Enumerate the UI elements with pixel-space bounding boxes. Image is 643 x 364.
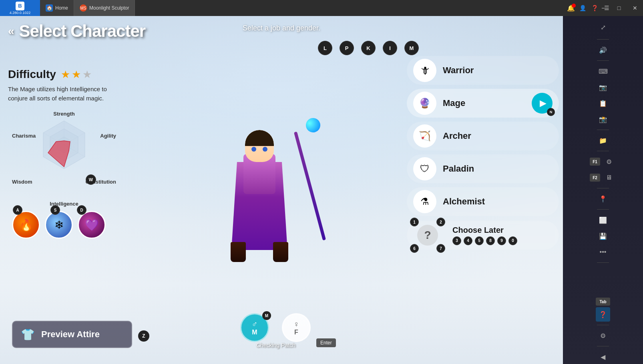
female-gender-button[interactable]: ♀ F bbox=[282, 313, 311, 342]
settings-icon[interactable]: ⚙ bbox=[596, 328, 610, 343]
character-area bbox=[140, 48, 379, 332]
stat-wisdom: Wisdom bbox=[12, 179, 32, 185]
job-archer[interactable]: 🏹 Archer bbox=[407, 122, 559, 150]
job-choose-later[interactable]: 1 2 ? 6 7 Choose Later 3 bbox=[407, 221, 559, 250]
kb-6: 6 bbox=[410, 244, 419, 253]
game-area: « Select Character Select a job and gend… bbox=[0, 16, 563, 364]
male-symbol: ♂ bbox=[252, 320, 258, 329]
hex-chart bbox=[32, 117, 96, 174]
multi-panel-icon[interactable]: ⬜ bbox=[596, 213, 610, 227]
volume-icon[interactable]: 🔊 bbox=[596, 43, 610, 57]
skill-icon-ice[interactable]: ❄ bbox=[45, 211, 73, 239]
tab-badge: Tab bbox=[596, 298, 610, 306]
bs-icon: B bbox=[16, 2, 24, 10]
camera-icon[interactable]: 📸 bbox=[596, 112, 610, 126]
kb-m: M bbox=[404, 41, 419, 55]
warrior-icon: 🗡 bbox=[420, 64, 430, 77]
minimize-button[interactable]: − bbox=[595, 0, 611, 16]
skill-icon-dark[interactable]: 💜 bbox=[78, 211, 106, 239]
back-arrow-icon[interactable]: « bbox=[8, 25, 14, 38]
choose-later-label: Choose Later bbox=[452, 226, 553, 235]
page-title: Select Character bbox=[19, 22, 146, 41]
star-3: ★ bbox=[82, 68, 92, 81]
checking-patch-label: Checking Patch bbox=[256, 342, 295, 349]
kb-4: 4 bbox=[464, 236, 472, 245]
more-icon[interactable]: ••• bbox=[596, 245, 610, 259]
kb-3: 3 bbox=[452, 236, 461, 245]
kb-7: 7 bbox=[436, 244, 445, 253]
maximize-button[interactable]: □ bbox=[611, 0, 627, 16]
kb-2: 2 bbox=[436, 218, 445, 226]
job-alchemist[interactable]: ⚗ Alchemist bbox=[407, 187, 559, 216]
folder-icon[interactable]: 📁 bbox=[596, 133, 610, 148]
warrior-icon-circle: 🗡 bbox=[413, 59, 436, 82]
class-description: The Mage utilizes high Intelligence to c… bbox=[8, 85, 112, 103]
gender-selection: ♂ M M ♀ F bbox=[240, 313, 311, 342]
paladin-icon: 🛡 bbox=[420, 163, 430, 174]
mage-label: Mage bbox=[443, 98, 525, 108]
kb-n: N bbox=[547, 108, 555, 116]
play-icon: ▶ bbox=[540, 98, 547, 108]
paladin-icon-circle: 🛡 bbox=[413, 157, 436, 180]
back-sidebar-icon[interactable]: ◀ bbox=[596, 350, 610, 364]
difficulty-header: Difficulty ★ ★ ★ bbox=[8, 68, 136, 81]
archer-icon: 🏹 bbox=[419, 130, 431, 142]
close-button[interactable]: ✕ bbox=[627, 0, 643, 16]
preview-attire-label: Preview Attire bbox=[41, 329, 100, 340]
f2-container: F2 🖥 bbox=[590, 170, 616, 185]
home-tab-label: Home bbox=[55, 5, 68, 11]
choose-later-icon-wrap: 1 2 ? 6 7 bbox=[413, 221, 442, 250]
account-icon[interactable]: 👤 bbox=[578, 4, 587, 12]
help-sidebar-icon[interactable]: ❓ bbox=[596, 307, 610, 322]
attire-shirt-icon: 👕 bbox=[21, 328, 35, 341]
male-gender-wrap: ♂ M M bbox=[240, 313, 269, 342]
job-paladin[interactable]: 🛡 Paladin bbox=[407, 154, 559, 183]
window-controls: − □ ✕ bbox=[595, 0, 643, 16]
alchemist-label: Alchemist bbox=[443, 196, 553, 207]
job-mage[interactable]: 🔮 Mage ▶ N bbox=[407, 89, 559, 118]
kb-1: 1 bbox=[410, 218, 419, 226]
f1-container: F1 ⚙ bbox=[590, 154, 616, 169]
warrior-label: Warrior bbox=[443, 65, 553, 76]
f1-badge: F1 bbox=[590, 158, 600, 166]
tab-container: Tab bbox=[596, 298, 610, 306]
kb-0: 0 bbox=[508, 236, 517, 245]
alchemist-icon: ⚗ bbox=[420, 196, 429, 207]
kb-w: W bbox=[86, 174, 96, 185]
stat-strength: Strength bbox=[53, 111, 74, 117]
screenshot-icon[interactable]: 📷 bbox=[596, 80, 610, 94]
number-badges-row: 3 4 5 8 9 0 bbox=[452, 236, 553, 245]
home-tab[interactable]: 🏠 Home bbox=[40, 0, 74, 16]
preview-attire-button[interactable]: 👕 Preview Attire bbox=[12, 321, 132, 348]
job-warrior[interactable]: 🗡 Warrior bbox=[407, 56, 559, 85]
choose-later-circle-area: 1 2 ? 6 7 bbox=[413, 221, 442, 250]
kb-z: Z bbox=[138, 330, 149, 342]
kb-5: 5 bbox=[475, 236, 484, 245]
difficulty-stars: ★ ★ ★ bbox=[61, 68, 92, 81]
copy-icon[interactable]: 📋 bbox=[596, 96, 610, 110]
mage-icon-circle: 🔮 bbox=[413, 92, 436, 115]
settings-panel-icon[interactable]: ⚙ bbox=[602, 154, 616, 169]
kb-d: D bbox=[77, 205, 86, 215]
enter-badge: Enter bbox=[316, 338, 336, 347]
female-symbol: ♀ bbox=[293, 320, 299, 329]
skill-icon-fire[interactable]: 🔥 bbox=[12, 211, 40, 239]
male-label: M bbox=[252, 329, 257, 336]
job-panel: 🗡 Warrior 🔮 Mage ▶ N bbox=[407, 56, 559, 250]
female-label: F bbox=[294, 329, 298, 336]
game-tab[interactable]: MS Moonlight Sculptor bbox=[74, 0, 135, 16]
choose-later-info: Choose Later 3 4 5 8 9 0 bbox=[448, 226, 553, 245]
expand-icon[interactable]: ⤢ bbox=[596, 20, 610, 34]
archer-label: Archer bbox=[443, 131, 553, 141]
star-1: ★ bbox=[61, 68, 70, 81]
stat-agility: Agility bbox=[100, 133, 116, 139]
notification-icon[interactable]: 🔔 bbox=[567, 4, 575, 12]
mage-icon: 🔮 bbox=[419, 98, 431, 109]
keyboard-icon[interactable]: ⌨ bbox=[596, 64, 610, 78]
difficulty-label: Difficulty bbox=[8, 68, 56, 81]
display-icon[interactable]: 🖥 bbox=[602, 170, 616, 185]
question-mark-circle: ? bbox=[417, 225, 438, 246]
location-icon[interactable]: 📍 bbox=[596, 192, 610, 206]
save-icon[interactable]: 💾 bbox=[596, 229, 610, 243]
question-mark-icon: ? bbox=[424, 229, 431, 242]
